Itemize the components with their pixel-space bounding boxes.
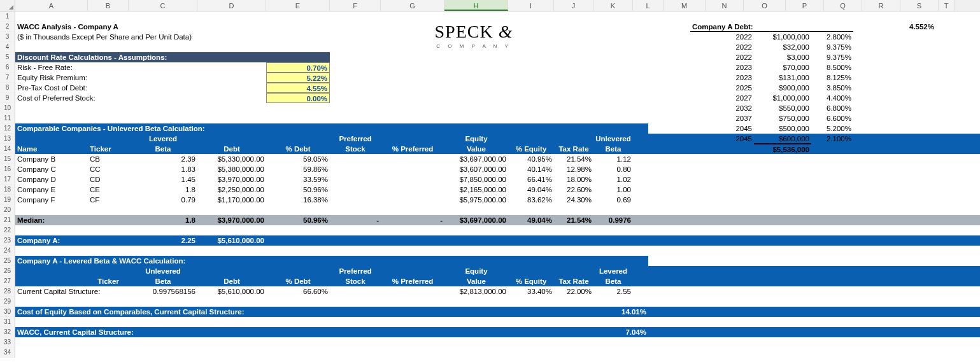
row-header-1[interactable]: 1 bbox=[0, 11, 15, 22]
col-equity: Equity bbox=[444, 134, 508, 144]
assumption-label: Cost of Preferred Stock: bbox=[15, 93, 266, 103]
row-header-7[interactable]: 7 bbox=[0, 73, 15, 83]
row-header-16[interactable]: 16 bbox=[0, 164, 15, 174]
row-header-27[interactable]: 27 bbox=[0, 276, 15, 286]
row-header-5[interactable]: 5 bbox=[0, 52, 15, 62]
row-header-6[interactable]: 6 bbox=[0, 62, 15, 73]
table-row: 2025$900,0003.850% bbox=[690, 83, 945, 93]
table-row: Company CCC1.83$5,380,000.0059.86%$3,607… bbox=[15, 164, 980, 174]
assumption-label: Equity Risk Premium: bbox=[15, 73, 266, 83]
row-header-13[interactable]: 13 bbox=[0, 134, 15, 144]
table-row: 2022$32,0009.375% bbox=[690, 42, 945, 52]
col-header-Q[interactable]: Q bbox=[824, 0, 862, 11]
col-header-M[interactable]: M bbox=[664, 0, 706, 11]
coe-row: Cost of Equity Based on Comparables, Cur… bbox=[15, 307, 980, 317]
wacc-header-top: Unlevered Preferred Equity Levered bbox=[15, 266, 980, 276]
assumption-value[interactable]: 0.70% bbox=[266, 62, 330, 73]
row-header-20[interactable]: 20 bbox=[0, 205, 15, 215]
assumption-label: Pre-Tax Cost of Debt: bbox=[15, 83, 266, 93]
spreadsheet: ABCDEFGHIJKLMNOPQRST 1234567891011121314… bbox=[0, 0, 980, 364]
col-header-C[interactable]: C bbox=[129, 0, 197, 11]
row-header-8[interactable]: 8 bbox=[0, 83, 15, 93]
row-header-18[interactable]: 18 bbox=[0, 185, 15, 195]
row-header-29[interactable]: 29 bbox=[0, 297, 15, 307]
col-header-O[interactable]: O bbox=[744, 0, 786, 11]
wacc-result-row: WACC, Current Capital Structure: 7.04% bbox=[15, 327, 980, 337]
assumptions-header: Discount Rate Calculations - Assumptions… bbox=[15, 52, 330, 62]
debt-total: $5,536,000 bbox=[754, 144, 811, 154]
col-levered: Levered bbox=[129, 134, 197, 144]
col-header-K[interactable]: K bbox=[593, 0, 633, 11]
row-header-33[interactable]: 33 bbox=[0, 337, 15, 347]
col-header-I[interactable]: I bbox=[508, 0, 554, 11]
assumption-value[interactable]: 0.00% bbox=[266, 93, 330, 103]
row-header-28[interactable]: 28 bbox=[0, 286, 15, 297]
row-header-9[interactable]: 9 bbox=[0, 93, 15, 103]
col-header-S[interactable]: S bbox=[900, 0, 939, 11]
row-header-21[interactable]: 21 bbox=[0, 215, 15, 225]
company-a-row: Company A: 2.25 $5,610,000.00 bbox=[15, 235, 980, 246]
logo-subtext: C O M P A N Y bbox=[423, 43, 525, 49]
row-header-32[interactable]: 32 bbox=[0, 327, 15, 337]
col-unlevered: Unlevered bbox=[593, 134, 633, 144]
col-header-B[interactable]: B bbox=[88, 0, 129, 11]
row-header-15[interactable]: 15 bbox=[0, 154, 15, 164]
select-all-corner[interactable] bbox=[0, 0, 15, 11]
row-header-14[interactable]: 14 bbox=[0, 144, 15, 154]
table-row: 2045$500,0005.200% bbox=[690, 123, 945, 134]
table-row: 2023$131,0008.125% bbox=[690, 73, 945, 83]
row-number-gutter: 1234567891011121314151617181920212223242… bbox=[0, 11, 15, 358]
comps-header: Comparable Companies - Unlevered Beta Ca… bbox=[15, 123, 648, 134]
row-header-19[interactable]: 19 bbox=[0, 195, 15, 205]
median-row: Median: 1.8 $3,970,000.00 50.96% - - $3,… bbox=[15, 215, 980, 225]
row-header-10[interactable]: 10 bbox=[0, 103, 15, 113]
col-header-E[interactable]: E bbox=[266, 0, 330, 11]
wacc-header: Company A - Levered Beta & WACC Calculat… bbox=[15, 256, 648, 266]
debt-header: Company A Debt: bbox=[690, 22, 811, 32]
col-header-R[interactable]: R bbox=[862, 0, 900, 11]
company-logo: SPECK & C O M P A N Y bbox=[423, 22, 525, 49]
row-header-24[interactable]: 24 bbox=[0, 246, 15, 256]
row-header-23[interactable]: 23 bbox=[0, 235, 15, 246]
row-header-34[interactable]: 34 bbox=[0, 347, 15, 358]
assumption-label: Risk - Free Rate: bbox=[15, 62, 266, 73]
row-header-3[interactable]: 3 bbox=[0, 32, 15, 42]
col-header-H[interactable]: H bbox=[444, 0, 508, 11]
row-header-26[interactable]: 26 bbox=[0, 266, 15, 276]
col-header-F[interactable]: F bbox=[330, 0, 381, 11]
table-row: 2022$3,0009.375% bbox=[690, 52, 945, 62]
row-header-30[interactable]: 30 bbox=[0, 307, 15, 317]
column-header-row: ABCDEFGHIJKLMNOPQRST bbox=[0, 0, 980, 11]
col-header-N[interactable]: N bbox=[706, 0, 744, 11]
row-header-12[interactable]: 12 bbox=[0, 123, 15, 134]
assumption-value[interactable]: 4.55% bbox=[266, 83, 330, 93]
debt-derived: 4.552% bbox=[891, 22, 936, 32]
col-header-D[interactable]: D bbox=[197, 0, 266, 11]
logo-text: SPECK bbox=[435, 22, 494, 41]
row-header-4[interactable]: 4 bbox=[0, 42, 15, 52]
col-header-G[interactable]: G bbox=[381, 0, 444, 11]
row-header-25[interactable]: 25 bbox=[0, 256, 15, 266]
col-header-T[interactable]: T bbox=[939, 0, 955, 11]
table-row: 2027$1,000,0004.400% bbox=[690, 93, 945, 103]
row-header-22[interactable]: 22 bbox=[0, 225, 15, 235]
table-row: 2032$550,0006.800% bbox=[690, 103, 945, 113]
row-header-2[interactable]: 2 bbox=[0, 22, 15, 32]
row-header-17[interactable]: 17 bbox=[0, 174, 15, 185]
table-row: Company FCF0.79$1,170,000.0016.38%$5,975… bbox=[15, 195, 980, 205]
logo-ampersand: & bbox=[499, 22, 513, 41]
col-header-L[interactable]: L bbox=[633, 0, 664, 11]
col-header-J[interactable]: J bbox=[554, 0, 593, 11]
row-header-31[interactable]: 31 bbox=[0, 317, 15, 327]
row-header-11[interactable]: 11 bbox=[0, 113, 15, 123]
table-row: 2022$1,000,0002.800% bbox=[690, 32, 945, 42]
col-header-P[interactable]: P bbox=[786, 0, 824, 11]
col-header-A[interactable]: A bbox=[15, 0, 88, 11]
debt-table: Company A Debt: 4.552% 2022$1,000,0002.8… bbox=[690, 22, 945, 154]
table-row: 2045$600,0002.100% bbox=[690, 134, 945, 144]
wacc-header-cols: Ticker Beta Debt % Debt Stock % Preferre… bbox=[15, 276, 980, 286]
table-row: 2037$750,0006.600% bbox=[690, 113, 945, 123]
table-row: 2023$70,0008.500% bbox=[690, 62, 945, 73]
grid-body[interactable]: SPECK & C O M P A N Y WACC Analysis - Co… bbox=[15, 11, 980, 358]
assumption-value[interactable]: 5.22% bbox=[266, 73, 330, 83]
